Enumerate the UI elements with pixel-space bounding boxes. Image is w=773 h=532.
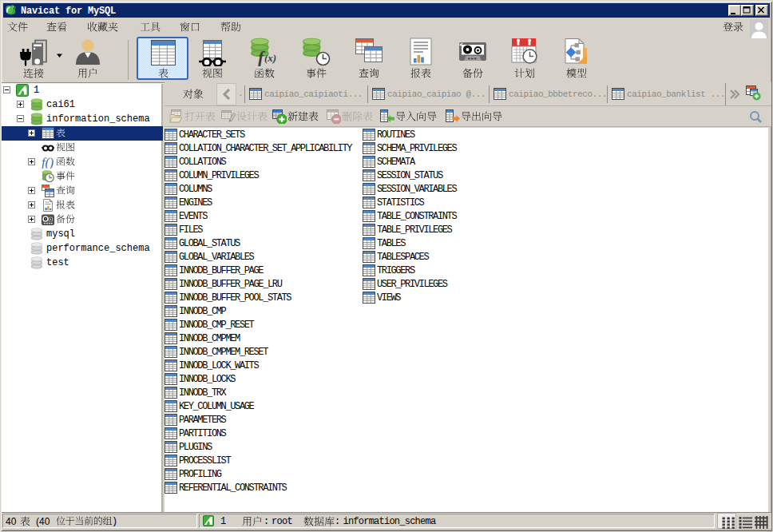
svg-text:(x): (x) [264, 52, 276, 64]
svg-text:f(): f() [42, 156, 54, 169]
